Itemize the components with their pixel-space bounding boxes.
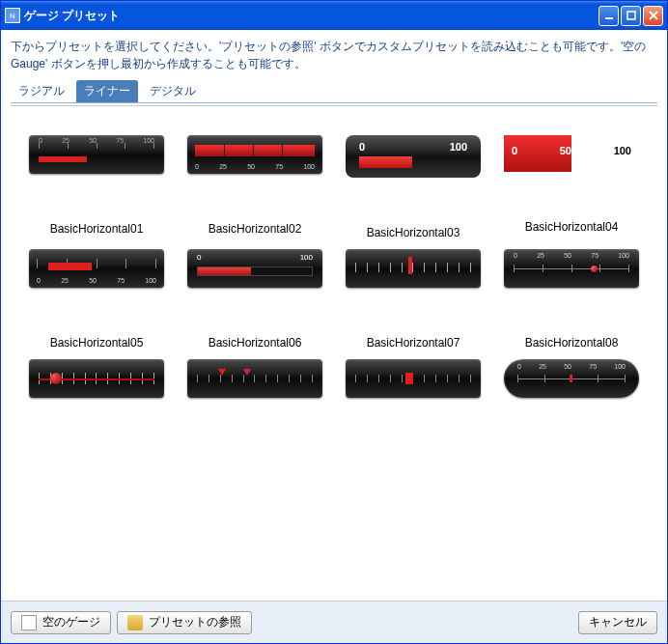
tab-digital[interactable]: デジタル [142, 80, 204, 102]
instruction-text: 下からプリセットを選択してください。'プリセットの参照' ボタンでカスタムプリセ… [11, 38, 657, 72]
preset-label: BasicHorizontal01 [50, 222, 144, 236]
gauge-thumbnail [346, 249, 481, 288]
gauge-thumbnail: 0100 [187, 249, 322, 288]
gauge-thumbnail: 0255075100 [187, 135, 322, 174]
preset-item[interactable]: 0255075100 [495, 359, 648, 398]
gauge-thumbnail: 0100 [346, 135, 481, 178]
preset-label: BasicHorizontal03 [367, 226, 460, 239]
preset-gallery[interactable]: 0255075100 BasicHorizontal01 0255075100 [11, 106, 657, 578]
preset-item[interactable] [20, 359, 173, 398]
maximize-button[interactable] [621, 6, 641, 26]
preset-item[interactable]: 0255075100 BasicHorizontal01 [20, 135, 173, 239]
svg-rect-1 [627, 12, 635, 19]
gauge-thumbnail [29, 359, 164, 398]
preset-item[interactable]: 0255075100 BasicHorizontal05 [20, 249, 173, 350]
svg-rect-0 [605, 17, 613, 19]
gauge-thumbnail: 050100 [504, 135, 639, 172]
preset-label: BasicHorizontal04 [525, 220, 619, 234]
preset-item[interactable]: 0255075100 BasicHorizontal02 [179, 135, 331, 239]
button-label: プリセットの参照 [149, 614, 241, 630]
button-label: キャンセル [589, 614, 647, 630]
tab-radial[interactable]: ラジアル [11, 80, 72, 102]
titlebar: N ゲージ プリセット [1, 1, 667, 30]
preset-item[interactable]: 0255075100 BasicHorizontal08 [495, 249, 648, 350]
window-title: ゲージ プリセット [24, 8, 598, 24]
gallery-wrap: 0255075100 BasicHorizontal01 0255075100 [11, 105, 657, 578]
folder-open-icon [127, 615, 143, 630]
gauge-thumbnail [346, 359, 481, 398]
blank-page-icon [21, 615, 37, 630]
preset-item[interactable] [179, 359, 331, 398]
preset-grid: 0255075100 BasicHorizontal01 0255075100 [20, 135, 648, 398]
gauge-thumbnail: 0255075100 [29, 135, 164, 174]
preset-label: BasicHorizontal07 [367, 336, 460, 350]
preset-label: BasicHorizontal05 [50, 336, 144, 350]
preset-item[interactable]: 0100 BasicHorizontal03 [337, 135, 489, 239]
app-icon: N [5, 8, 20, 23]
preset-item[interactable]: 0100 BasicHorizontal06 [179, 249, 331, 350]
cancel-button[interactable]: キャンセル [578, 611, 657, 634]
window-controls [598, 6, 663, 26]
empty-gauge-button[interactable]: 空のゲージ [11, 611, 111, 634]
gauge-thumbnail: 0255075100 [504, 359, 639, 398]
tab-linear[interactable]: ライナー [76, 80, 138, 102]
content-area: 下からプリセットを選択してください。'プリセットの参照' ボタンでカスタムプリセ… [1, 30, 667, 586]
preset-item[interactable] [337, 359, 489, 398]
button-label: 空のゲージ [42, 614, 100, 630]
preset-item[interactable]: BasicHorizontal07 [337, 249, 489, 350]
preset-item[interactable]: 050100 BasicHorizontal04 [495, 135, 648, 239]
tab-bar: ラジアル ライナー デジタル [11, 80, 657, 103]
gauge-thumbnail: 0255075100 [504, 249, 639, 288]
gauge-thumbnail [187, 359, 322, 398]
footer-bar: 空のゲージ プリセットの参照 キャンセル [1, 601, 667, 643]
minimize-button[interactable] [598, 6, 619, 26]
preset-label: BasicHorizontal08 [525, 336, 619, 350]
gauge-thumbnail: 0255075100 [29, 249, 164, 288]
close-button[interactable] [643, 6, 663, 26]
dialog-window: N ゲージ プリセット 下からプリセットを選択してください。'プリセットの参照'… [0, 0, 668, 644]
preset-label: BasicHorizontal06 [209, 336, 302, 350]
preset-label: BasicHorizontal02 [209, 222, 302, 236]
browse-presets-button[interactable]: プリセットの参照 [117, 611, 252, 634]
